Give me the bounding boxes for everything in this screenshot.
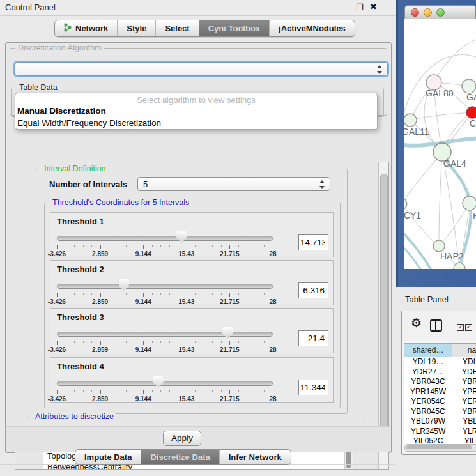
slider-scale-labels: -3.4262.8599.14415.4321.71528 xyxy=(57,298,273,306)
table-cell[interactable]: YDR2 xyxy=(452,367,476,378)
threshold-1-slider[interactable]: -3.4262.8599.14415.4321.71528 xyxy=(57,228,273,257)
tab-label: Infer Network xyxy=(229,452,282,462)
settings-scrollpane: Interval Definition Number of Intervals … xyxy=(15,162,389,470)
threshold-4-slider[interactable]: -3.4262.8599.14415.4321.71528 xyxy=(57,373,273,403)
tab-label: Style xyxy=(127,24,146,33)
tab-infer-network[interactable]: Infer Network xyxy=(219,450,291,464)
algorithm-select[interactable] xyxy=(15,62,388,76)
table-row[interactable]: YBL079WYBL0 xyxy=(404,417,476,427)
node-label: GAL4 xyxy=(443,158,466,169)
table-cell[interactable]: YPR145W xyxy=(404,387,452,397)
table-cell[interactable]: YER054C xyxy=(404,397,452,407)
slider-ticks xyxy=(57,341,273,346)
slider-handle[interactable] xyxy=(153,376,164,388)
table-row[interactable]: YBR043CYBR0 xyxy=(404,377,476,387)
tab-label: jActiveMNodules xyxy=(279,24,346,33)
tab-label: Select xyxy=(165,24,189,33)
slider-track[interactable] xyxy=(57,332,273,337)
network-node[interactable] xyxy=(466,107,476,118)
table-cell[interactable]: YBL0 xyxy=(452,417,476,427)
table-cell[interactable]: YBR0 xyxy=(452,377,476,387)
tab-impute-data[interactable]: Impute Data xyxy=(75,450,141,464)
app-window: Control Panel ❐ ✖ Network Style Select C… xyxy=(0,0,476,476)
tab-cyni-toolbox[interactable]: Cyni Toolbox xyxy=(199,20,269,36)
column-header-name[interactable]: na xyxy=(452,343,476,357)
table-cell[interactable]: YDL19… xyxy=(404,357,452,367)
table-cell[interactable]: YBR0 xyxy=(452,407,476,417)
float-icon[interactable]: ❐ xyxy=(356,3,364,12)
tab-network[interactable]: Network xyxy=(55,20,117,36)
table-row[interactable]: YDR27…YDR2 xyxy=(404,367,476,378)
network-node[interactable] xyxy=(463,196,476,210)
cyni-toolbox-panel: Discretization Algorithm Table Data galF… xyxy=(5,42,392,453)
gear-icon[interactable]: ⚙ xyxy=(411,317,422,330)
network-canvas[interactable]: GAL80GACGAL11GAL4GCY1HHAP2 xyxy=(404,19,476,269)
table-cell[interactable]: YBL079W xyxy=(404,417,452,427)
columns-icon[interactable] xyxy=(430,319,442,332)
tab-label: Discretize Data xyxy=(150,452,210,462)
scrollbar-thumb[interactable] xyxy=(406,445,472,449)
dropdown-option-manual[interactable]: Manual Discretization xyxy=(15,105,377,117)
threshold-3-value-field[interactable] xyxy=(298,330,328,346)
table-cell[interactable]: YER0 xyxy=(452,397,476,407)
network-node[interactable] xyxy=(433,240,445,252)
table-row[interactable]: YPR145WYPR1 xyxy=(404,387,476,397)
table-cell[interactable]: YBR045C xyxy=(404,407,452,417)
tab-jactivemnodules[interactable]: jActiveMNodules xyxy=(269,20,355,36)
tab-select[interactable]: Select xyxy=(155,20,198,36)
network-window-titlebar[interactable] xyxy=(404,5,476,19)
table-cell[interactable]: YDL1 xyxy=(452,357,476,367)
table-cell[interactable]: YBR043C xyxy=(404,377,452,387)
threshold-2-slider[interactable]: -3.4262.8599.14415.4321.71528 xyxy=(57,276,273,305)
node-table-body: YDL19…YDL1YDR27…YDR2YBR043CYBR0YPR145WYP… xyxy=(404,357,476,447)
threshold-3-slider[interactable]: -3.4262.8599.14415.4321.71528 xyxy=(57,324,273,353)
thresholds-group: Threshold's Coordinates for 5 Intervals … xyxy=(44,203,341,408)
table-cell[interactable]: YLR345W xyxy=(404,427,452,437)
threshold-4-value-field[interactable] xyxy=(298,380,328,395)
tab-style[interactable]: Style xyxy=(117,20,155,36)
control-panel-tabs: Network Style Select Cyni Toolbox jActiv… xyxy=(54,20,355,37)
checkbox-icon[interactable]: ✓ xyxy=(457,324,464,331)
table-row[interactable]: YER054CYER0 xyxy=(404,397,476,407)
slider-handle[interactable] xyxy=(222,327,233,339)
apply-button[interactable]: Apply xyxy=(163,431,201,446)
slider-handle[interactable] xyxy=(176,231,187,243)
threshold-2-value-field[interactable] xyxy=(298,282,328,298)
threshold-1-value-field[interactable] xyxy=(298,234,328,250)
number-of-intervals-select[interactable]: 5 xyxy=(137,177,330,191)
combo-arrows-icon xyxy=(377,65,383,74)
slider-track[interactable] xyxy=(57,284,273,289)
table-h-scrollbar[interactable] xyxy=(404,444,476,452)
close-light-icon[interactable] xyxy=(411,8,419,17)
table-cell[interactable]: YPR1 xyxy=(452,387,476,397)
scrollbar-thumb[interactable] xyxy=(380,174,388,446)
close-icon[interactable]: ✖ xyxy=(370,2,377,12)
control-panel-titlebar: Control Panel ❐ ✖ xyxy=(0,0,396,16)
slider-scale-labels: -3.4262.8599.14415.4321.71528 xyxy=(57,250,273,258)
group-title: Interval Definition xyxy=(42,164,109,173)
table-row[interactable]: YLR345WYLR3 xyxy=(404,427,476,437)
network-node[interactable] xyxy=(454,263,465,269)
network-node[interactable] xyxy=(404,114,417,127)
interval-definition-group: Interval Definition Number of Intervals … xyxy=(36,169,348,414)
node-table-panel: ⚙ ✓ ✓ shared… na YDL19…YDL1YDR27…YDR2YBR… xyxy=(401,311,476,455)
column-header-shared-name[interactable]: shared… xyxy=(404,343,452,357)
table-row[interactable]: YBR045CYBR0 xyxy=(404,407,476,417)
table-cell[interactable]: YDR27… xyxy=(404,367,452,378)
table-row[interactable]: YDL19…YDL1 xyxy=(404,357,476,367)
slider-handle[interactable] xyxy=(119,279,129,291)
settings-scrollbar[interactable] xyxy=(378,162,388,469)
node-label: H xyxy=(473,211,476,221)
tab-discretize-data[interactable]: Discretize Data xyxy=(141,450,219,464)
zoom-light-icon[interactable] xyxy=(436,8,445,17)
slider-track[interactable] xyxy=(57,381,273,386)
dropdown-option-equal-width[interactable]: Equal Width/Frequency Discretization xyxy=(15,117,377,129)
minimize-light-icon[interactable] xyxy=(424,8,432,17)
slider-track[interactable] xyxy=(57,236,273,241)
network-node[interactable] xyxy=(404,198,407,210)
network-nodes xyxy=(404,75,476,269)
checkbox-icon[interactable]: ✓ xyxy=(465,324,472,331)
network-node[interactable] xyxy=(462,79,476,93)
table-cell[interactable]: YLR3 xyxy=(452,427,476,437)
node-label: C xyxy=(470,118,476,128)
